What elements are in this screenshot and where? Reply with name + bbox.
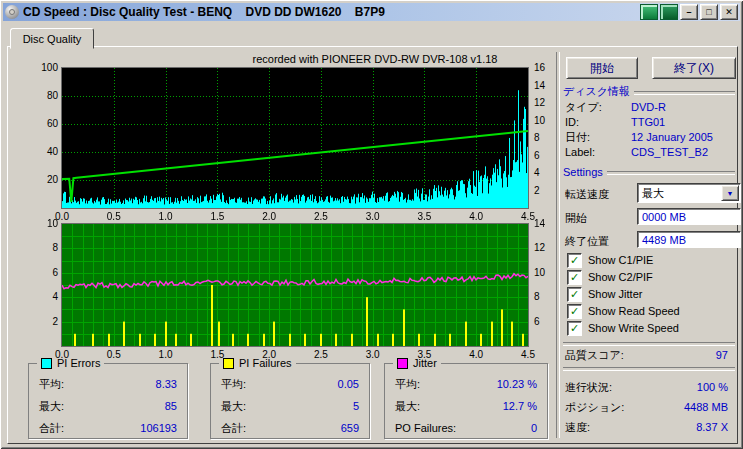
checkbox-label: Show Read Speed [588, 305, 680, 317]
stat-row: 最大:12.7 % [385, 399, 547, 413]
axis-tick-label: 6 [26, 267, 58, 278]
checkbox-label: Show C2/PIF [588, 271, 653, 283]
show-c1pie-checkbox[interactable]: ✓ [567, 253, 582, 268]
stat-label: 平均: [395, 377, 420, 391]
disc-label-row: Label:CDS_TEST_B2 [565, 146, 735, 159]
field-value: TTG01 [631, 116, 665, 129]
checkbox-row-jitter: ✓ Show Jitter [567, 287, 642, 301]
checkbox-row-c1pie: ✓ Show C1/PIE [567, 253, 653, 267]
stat-row: 最大:85 [29, 399, 187, 413]
field-value: CDS_TEST_B2 [631, 146, 708, 159]
field-value: DVD-R [631, 101, 666, 114]
disc-type-row: タイプ:DVD-R [565, 101, 735, 114]
axis-tick-label: 8 [534, 132, 558, 143]
stat-value: 0 [531, 421, 537, 435]
checkbox-label: Show Write Speed [588, 322, 679, 334]
jitter-color-swatch [397, 358, 408, 369]
axis-tick-label: 1.0 [151, 349, 181, 360]
axis-tick-label: 60 [26, 118, 58, 129]
field-label: 日付: [565, 131, 631, 144]
field-label: Label: [565, 146, 631, 159]
progress-label: 進行状況: [565, 381, 612, 394]
close-button[interactable]: ✕ [720, 4, 738, 20]
stat-value: 659 [341, 421, 359, 435]
show-read-speed-checkbox[interactable]: ✓ [567, 304, 582, 319]
axis-tick-label: 2 [534, 185, 558, 196]
window-title: CD Speed : Disc Quality Test - BENQ DVD … [23, 5, 638, 19]
stat-row: 合計:659 [211, 421, 369, 435]
stat-label: 最大: [39, 399, 64, 413]
stat-row: 最大:5 [211, 399, 369, 413]
axis-tick-label: 3.0 [358, 211, 388, 222]
maximize-button[interactable]: □ [700, 4, 718, 20]
quality-score-value: 97 [716, 349, 728, 362]
axis-tick-label: 0.0 [47, 349, 77, 360]
speed-value: 8.37 X [696, 421, 728, 434]
axis-tick-label: 4.0 [461, 211, 491, 222]
disc-id-row: ID:TTG01 [565, 116, 735, 129]
stat-label: 平均: [39, 377, 64, 391]
field-label: タイプ: [565, 101, 631, 114]
section-rule [607, 171, 735, 175]
axis-tick-label: 6 [534, 316, 558, 327]
stat-label: 合計: [39, 421, 64, 435]
progress-row: 進行状況: 100 % [565, 381, 728, 394]
section-title: Settings [563, 166, 603, 178]
checkbox-label: Show Jitter [588, 288, 642, 300]
speed-label: 転送速度 [565, 187, 609, 202]
axis-tick-label: 8 [534, 291, 558, 302]
checkbox-row-write-speed: ✓ Show Write Speed [567, 321, 679, 335]
axis-tick-label: 2 [26, 316, 58, 327]
stat-row: 平均:10.23 % [385, 377, 547, 391]
app-icon-cd[interactable] [5, 5, 19, 19]
axis-tick-label: 0.5 [99, 211, 129, 222]
speed-select[interactable]: 最大 ▼ [637, 183, 741, 203]
title-bar: CD Speed : Disc Quality Test - BENQ DVD … [3, 3, 740, 21]
minimize-button[interactable]: – [680, 4, 698, 20]
progress-value: 100 % [697, 381, 728, 394]
axis-tick-label: 6 [534, 150, 558, 161]
recorded-with-text: recorded with PIONEER DVD-RW DVR-108 v1.… [220, 53, 530, 65]
position-label: ポジション: [565, 401, 624, 414]
checkbox-row-c2pif: ✓ Show C2/PIF [567, 270, 653, 284]
show-c2pif-checkbox[interactable]: ✓ [567, 270, 582, 285]
green-chart-icon[interactable] [640, 4, 658, 20]
axis-tick-label: 8 [26, 242, 58, 253]
speed-select-value: 最大 [642, 186, 721, 201]
axis-tick-label: 12 [534, 97, 558, 108]
axis-tick-label: 1.5 [202, 349, 232, 360]
field-label: ID: [565, 116, 631, 129]
tab-disc-quality[interactable]: Disc Quality [10, 28, 94, 49]
stat-value: 106193 [140, 421, 177, 435]
stat-label: PO Failures: [395, 421, 456, 435]
exit-button[interactable]: 終了(X) [652, 57, 736, 79]
axis-tick-label: 14 [534, 80, 558, 91]
axis-tick-label: 12 [534, 242, 558, 253]
pi-failures-jitter-chart [61, 223, 529, 347]
cd-hole [9, 9, 15, 15]
axis-tick-label: 2.0 [254, 349, 284, 360]
axis-tick-label: 80 [26, 90, 58, 101]
start-button[interactable]: 開始 [566, 57, 638, 79]
green-disc-icon[interactable] [660, 4, 678, 20]
stat-row: 平均:0.05 [211, 377, 369, 391]
chevron-down-icon[interactable]: ▼ [721, 185, 739, 201]
jitter-legend-box: Jitter 平均:10.23 % 最大:12.7 % PO Failures:… [384, 363, 548, 439]
axis-tick-label: 0.5 [99, 349, 129, 360]
end-position-input[interactable]: 4489 MB [637, 231, 741, 248]
disc-info-section-header: ディスク情報 [563, 84, 735, 99]
axis-tick-label: 3.5 [409, 211, 439, 222]
stat-label: 最大: [221, 399, 246, 413]
score-separator-top [563, 342, 735, 346]
show-write-speed-checkbox[interactable]: ✓ [567, 321, 582, 336]
pi-errors-chart [61, 67, 529, 209]
axis-tick-label: 4 [534, 167, 558, 178]
quality-score-label: 品質スコア: [565, 349, 624, 362]
start-position-input[interactable]: 0000 MB [637, 208, 741, 225]
axis-tick-label: 4.5 [513, 349, 543, 360]
stat-row: PO Failures:0 [385, 421, 547, 435]
show-jitter-checkbox[interactable]: ✓ [567, 287, 582, 302]
axis-tick-label: 1.0 [151, 211, 181, 222]
stat-value: 10.23 % [497, 377, 537, 391]
axis-tick-label: 10 [26, 218, 58, 229]
